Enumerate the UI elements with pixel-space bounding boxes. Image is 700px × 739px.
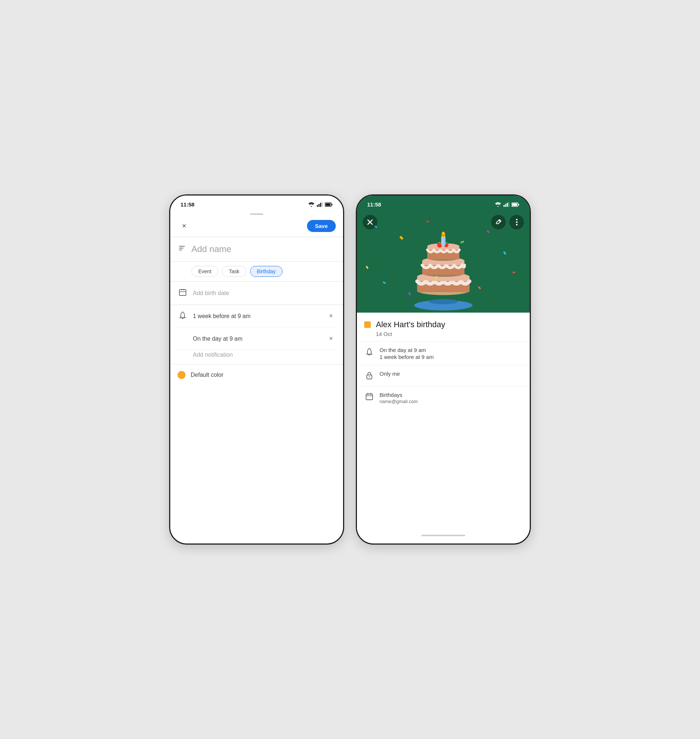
drag-handle (250, 213, 263, 215)
visibility-label: Only me (379, 371, 400, 377)
signal-icon (317, 202, 323, 207)
svg-rect-17 (503, 205, 504, 207)
svg-point-28 (516, 221, 517, 223)
more-button[interactable] (509, 215, 524, 230)
close-button[interactable]: × (178, 219, 191, 233)
time-2: 11:58 (367, 201, 381, 208)
calendar-icon (178, 288, 188, 298)
svg-rect-9 (179, 248, 183, 249)
svg-point-53 (369, 377, 370, 378)
svg-rect-19 (507, 203, 508, 207)
lock-icon (364, 371, 374, 381)
bell-icon-1 (178, 311, 188, 321)
birth-date-row[interactable]: Add birth date (170, 281, 343, 305)
tab-task[interactable]: Task (222, 266, 247, 277)
svg-rect-18 (505, 204, 506, 207)
detail-body: Alex Hart's birthday 14 Oct On the day a… (357, 313, 530, 530)
header-actions (357, 211, 530, 234)
add-notification-link[interactable]: Add notification (178, 350, 336, 364)
notif-close-2[interactable]: × (326, 333, 336, 344)
calendar-email: name@gmail.com (379, 399, 418, 404)
wifi-icon (308, 202, 315, 207)
svg-rect-2 (319, 204, 320, 207)
signal-icon-2 (503, 202, 509, 207)
birthday-cake (403, 225, 484, 313)
edit-button[interactable] (491, 215, 506, 230)
svg-rect-20 (509, 202, 510, 207)
svg-rect-3 (320, 203, 321, 207)
calendar-name: Birthdays (379, 392, 418, 398)
notif-text-2: On the day at 9 am (193, 336, 321, 342)
bell-detail-icon (364, 347, 374, 358)
app-container: 11:58 (169, 194, 531, 545)
name-icon (178, 244, 186, 255)
phone-birthday-detail: 11:58 (356, 194, 531, 545)
event-type-tabs: Event Task Birthday (170, 262, 343, 281)
detail-visibility: Only me (357, 365, 530, 386)
status-bar-1: 11:58 (170, 196, 343, 211)
svg-rect-14 (179, 291, 186, 292)
birthday-header (357, 211, 530, 313)
svg-rect-10 (179, 249, 182, 250)
notif-row-1: 1 week before at 9 am × (178, 305, 336, 328)
svg-rect-11 (179, 290, 186, 296)
color-row[interactable]: Default color (170, 364, 343, 386)
event-title-row: Alex Hart's birthday (357, 313, 530, 331)
notif-detail-1: On the day at 9 am (379, 347, 434, 353)
notif-text-1: 1 week before at 9 am (193, 313, 321, 319)
color-dot (178, 371, 185, 379)
bottom-bar (357, 530, 530, 543)
notif-detail-2: 1 week before at 9 am (379, 354, 434, 360)
spacer-1 (170, 386, 343, 543)
header-right-buttons (491, 215, 524, 230)
tab-birthday[interactable]: Birthday (250, 266, 282, 277)
svg-rect-7 (326, 203, 331, 206)
event-title: Alex Hart's birthday (376, 320, 445, 329)
tab-event[interactable]: Event (191, 266, 218, 277)
svg-point-16 (498, 206, 499, 207)
calendar-detail-icon (364, 392, 374, 402)
home-indicator (422, 535, 465, 536)
wifi-icon-2 (495, 202, 501, 207)
notif-close-1[interactable]: × (326, 311, 336, 321)
event-date: 14 Oct (357, 331, 530, 342)
birth-date-placeholder: Add birth date (193, 290, 229, 297)
status-bar-2: 11:58 (357, 196, 530, 211)
detail-notifications: On the day at 9 am 1 week before at 9 am (357, 342, 530, 365)
detail-calendar: Birthdays name@gmail.com (357, 386, 530, 409)
add-name-row: Add name (170, 237, 343, 262)
battery-icon-2 (512, 202, 519, 207)
battery-icon (325, 202, 333, 207)
time-1: 11:58 (181, 201, 194, 208)
color-label: Default color (191, 372, 224, 378)
visibility-details: Only me (379, 371, 400, 377)
detail-close-button[interactable] (363, 215, 377, 230)
save-button[interactable]: Save (307, 220, 336, 232)
add-name-placeholder[interactable]: Add name (191, 244, 231, 254)
notifications-section: 1 week before at 9 am × On the day at 9 … (170, 305, 343, 364)
svg-point-32 (429, 299, 458, 304)
svg-rect-13 (183, 289, 184, 290)
svg-rect-8 (179, 246, 185, 247)
svg-rect-54 (366, 394, 373, 400)
svg-point-27 (516, 219, 517, 220)
svg-point-29 (516, 224, 517, 225)
notif-row-2: On the day at 9 am × (178, 328, 336, 350)
svg-rect-12 (181, 289, 182, 290)
status-icons-1 (308, 202, 333, 207)
svg-point-0 (311, 206, 312, 207)
status-icons-2 (495, 202, 519, 207)
svg-rect-4 (322, 202, 323, 207)
event-color-dot (364, 321, 371, 328)
svg-rect-1 (317, 205, 318, 207)
svg-rect-22 (518, 204, 519, 205)
svg-rect-6 (332, 204, 333, 205)
phone-create-event: 11:58 (169, 194, 344, 545)
svg-rect-23 (512, 203, 517, 206)
calendar-details: Birthdays name@gmail.com (379, 392, 418, 404)
notification-details: On the day at 9 am 1 week before at 9 am (379, 347, 434, 360)
create-event-header: × Save (170, 216, 343, 237)
